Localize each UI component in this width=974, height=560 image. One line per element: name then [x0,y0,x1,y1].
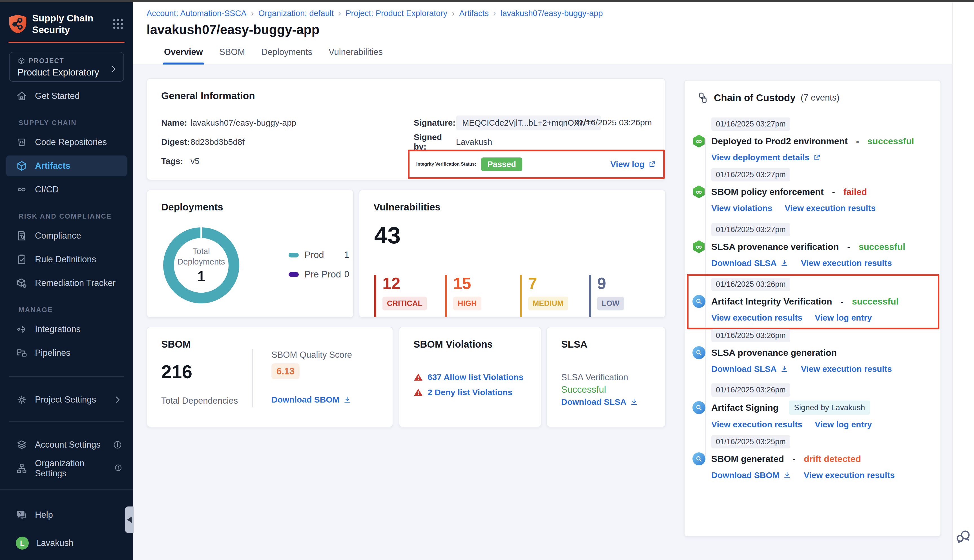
breadcrumb-link[interactable]: Account: Automation-SSCA [147,9,247,18]
event-link-label: View execution results [801,364,892,374]
tab-sbom[interactable]: SBOM [218,47,246,65]
sidebar-item-help[interactable]: ? Help [6,505,127,525]
download-icon [780,365,789,373]
breadcrumb-link[interactable]: Organization: default [259,9,334,18]
avatar: L [16,537,29,550]
card-chain-of-custody: Chain of Custody (7 events) 01/16/2025 0… [684,80,941,537]
scan-magnifier-icon [692,452,705,465]
chain-event: 01/16/2025 03:26pmSLSA provenance genera… [692,329,930,374]
tab-bar: OverviewSBOMDeploymentsVulnerabilities [163,47,384,65]
slsa-verification-label: SLSA Verification [561,372,628,383]
chain-links-icon [697,92,709,104]
sidebar-item-organization-settings[interactable]: Organization Settings [6,458,127,479]
chat-support-icon[interactable] [956,528,972,545]
sidebar-item-pipelines[interactable]: Pipelines [6,343,127,363]
sidebar-item-label: Project Settings [35,395,96,405]
view-log-link[interactable]: View log [610,160,656,169]
event-title: SLSA provenance generation [711,348,837,358]
project-selector[interactable]: PROJECT Product Exploratory [9,52,124,82]
infinity-icon [16,184,28,195]
sidebar-section-header: RISK AND COMPLIANCE [18,212,126,221]
info-icon[interactable] [114,464,122,473]
event-title: Artifact Integrity Verification [711,296,832,307]
event-link-view-execution-results[interactable]: View execution results [711,420,802,429]
event-link-view-execution-results[interactable]: View execution results [711,313,802,323]
chevron-left-icon [127,517,132,523]
event-link-view-log-entry[interactable]: View log entry [815,420,872,429]
pipeline-infinity-icon: ∞ [692,240,705,253]
tab-vulnerabilities[interactable]: Vulnerabilities [327,47,384,65]
tab-deployments[interactable]: Deployments [260,47,314,65]
download-slsa-link[interactable]: Download SLSA [561,397,638,407]
chain-of-custody-title: Chain of Custody [714,92,796,103]
legend-swatch [289,272,299,277]
event-link-view-violations[interactable]: View violations [711,203,772,213]
sidebar-item-account-settings[interactable]: Account Settings [6,434,127,455]
gear-icon [16,394,28,406]
severity-count: 9 [597,275,624,292]
layers-gear-icon [16,439,28,451]
event-timestamp: 01/16/2025 03:27pm [711,223,790,236]
sidebar-item-code-repositories[interactable]: Code Repositories [6,132,127,153]
event-link-view-execution-results[interactable]: View execution results [804,470,895,480]
breadcrumb-link[interactable]: Project: Product Exploratory [345,9,447,18]
info-icon[interactable] [113,440,122,450]
event-link-download-sbom[interactable]: Download SBOM [711,470,791,480]
right-rail [952,2,974,560]
page-header: Account: Automation-SSCA›Organization: d… [133,2,952,65]
sidebar-item-integrations[interactable]: Integrations [6,319,127,340]
breadcrumb-link[interactable]: Artifacts [459,9,489,18]
tab-overview[interactable]: Overview [163,47,204,65]
sidebar-item-artifacts[interactable]: Artifacts [6,155,127,176]
sidebar-item-remediation-tracker[interactable]: Remediation Tracker [6,273,127,293]
project-eyebrow: PROJECT [29,57,64,65]
event-separator: - [790,454,798,464]
event-link-download-slsa[interactable]: Download SLSA [711,364,789,374]
warning-icon [414,372,423,382]
violation-link[interactable]: 2 Deny list Violations [427,388,512,397]
legend-label: Prod [304,250,324,260]
event-status: drift detected [804,454,861,464]
sidebar-item-get-started[interactable]: Get Started [6,86,127,107]
pipeline-infinity-icon: ∞ [692,185,705,198]
tags-label: Tags: [161,156,190,166]
sidebar-collapse-handle[interactable] [125,507,133,533]
page-title: lavakush07/easy-buggy-app [147,22,320,37]
app-grid-icon[interactable] [112,17,125,30]
event-link-view-execution-results[interactable]: View execution results [785,203,876,213]
event-link-label: Download SLSA [711,364,777,374]
signed-by-badge: Signed by Lavakush [789,400,870,415]
clipboard-check-icon [16,253,28,265]
event-link-view-execution-results[interactable]: View execution results [801,364,892,374]
sidebar-item-ci-cd[interactable]: CI/CD [6,179,127,200]
signature-label: Signature: [414,118,456,128]
event-link-view-deployment-details[interactable]: View deployment details [711,153,821,162]
event-separator: - [854,136,862,147]
event-link-download-slsa[interactable]: Download SLSA [711,258,789,268]
donut-total-value: 1 [197,268,205,285]
sidebar-section-header: MANAGE [18,306,126,314]
integrity-status-badge: Passed [481,157,522,171]
breadcrumb-link[interactable]: lavakush07/easy-buggy-app [500,9,603,18]
severity-badge: LOW [597,297,624,310]
breadcrumb-separator: › [452,8,455,18]
chain-event: 01/16/2025 03:27pm∞Deployed to Prod2 env… [692,117,930,162]
vertical-divider [252,349,253,407]
download-icon [780,259,789,267]
sidebar-divider [9,376,124,377]
sidebar-item-rule-definitions[interactable]: Rule Definitions [6,249,127,270]
sbom-quality-score: 6.13 [272,363,300,379]
event-status: successful [859,242,905,252]
name-value: lavakush07/easy-buggy-app [190,118,296,128]
legend-row: Pre Prod0 [289,267,349,282]
violation-link[interactable]: 637 Allow list Violations [427,372,524,382]
help-chat-icon: ? [16,509,28,521]
sidebar-item-compliance[interactable]: Compliance [6,225,127,246]
card-slsa: SLSA SLSA Verification Successful Downlo… [547,327,665,427]
event-link-view-execution-results[interactable]: View execution results [801,258,892,268]
violation-row: 2 Deny list Violations [414,388,512,397]
event-link-view-log-entry[interactable]: View log entry [815,313,872,323]
sidebar-user[interactable]: L Lavakush [6,533,127,553]
download-sbom-link[interactable]: Download SBOM [272,395,352,405]
sidebar-item-project-settings[interactable]: Project Settings [6,389,127,410]
